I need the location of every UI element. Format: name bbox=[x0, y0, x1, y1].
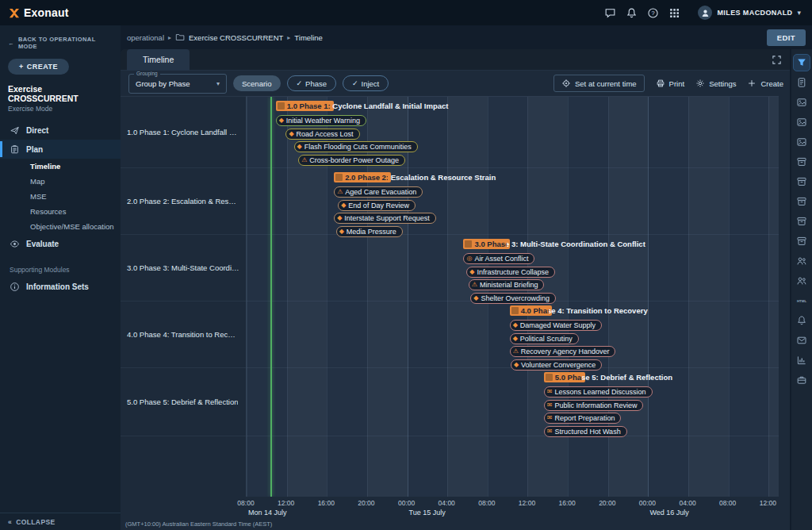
inject-chip[interactable]: ◆End of Day Review bbox=[338, 200, 416, 211]
inject-chip[interactable]: ◆Infrastructure Collapse bbox=[466, 267, 555, 278]
rail-documents-icon[interactable] bbox=[794, 75, 810, 90]
inject-chip-label: Report Preparation bbox=[554, 414, 615, 422]
back-to-operational-mode-button[interactable]: ← BACK TO OPERATIONAL MODE bbox=[8, 36, 113, 50]
rail-panel-2-icon[interactable] bbox=[794, 174, 810, 190]
rail-media-3-icon[interactable] bbox=[794, 134, 810, 150]
back-arrow-icon: ← bbox=[8, 40, 14, 47]
grouping-dropdown[interactable]: Grouping Group by Phase ▾ bbox=[128, 74, 227, 94]
rail-panel-3-icon[interactable] bbox=[794, 194, 810, 209]
inject-chip[interactable]: ◆Damaged Water Supply bbox=[510, 320, 602, 331]
phase-bar-icon bbox=[335, 174, 343, 181]
filter-chip-scenario[interactable]: Scenario bbox=[233, 75, 281, 91]
user-menu[interactable]: MILES MACDONALD ▾ bbox=[693, 3, 806, 22]
phase-row-label[interactable]: 4.0 Phase 4: Transition to Recovery bbox=[121, 301, 246, 368]
timeline-toolbar: Grouping Group by Phase ▾ Scenario ✓ Pha… bbox=[121, 71, 790, 96]
rail-groups-1-icon[interactable] bbox=[794, 253, 810, 269]
inject-chip[interactable]: ✉Lessons Learned Discussion bbox=[544, 386, 653, 398]
phase-row-label[interactable]: 1.0 Phase 1: Cyclone Landfall & Initial … bbox=[121, 97, 246, 168]
sidebar-item-information-sets[interactable]: Information Sets bbox=[0, 277, 121, 296]
supporting-modules-label: Supporting Modules bbox=[10, 266, 121, 274]
axis-tick-label: 08:00 bbox=[719, 499, 736, 507]
sidebar-item-label: Information Sets bbox=[26, 282, 89, 291]
phase-row-label-text: 1.0 Phase 1: Cyclone Landfall & Initial … bbox=[127, 128, 239, 136]
inject-chip-label: Flash Flooding Cuts Communities bbox=[304, 143, 412, 151]
print-button[interactable]: Print bbox=[656, 79, 685, 88]
phase-row-label[interactable]: 2.0 Phase 2: Escalation & Resource Strai… bbox=[121, 168, 246, 235]
inject-chip[interactable]: ✉Structured Hot Wash bbox=[544, 426, 627, 437]
rail-messages-icon[interactable] bbox=[794, 332, 810, 348]
chat-icon[interactable] bbox=[599, 2, 621, 23]
inject-chip[interactable]: ◆Road Access Lost bbox=[285, 129, 359, 140]
inject-chip[interactable]: ✉Public Information Review bbox=[544, 400, 644, 411]
target-icon bbox=[561, 79, 571, 88]
avatar bbox=[698, 6, 712, 20]
inject-chip[interactable]: ⚠Ministerial Briefing bbox=[469, 279, 545, 290]
breadcrumb-timeline[interactable]: Timeline bbox=[294, 33, 323, 42]
target-icon: ◎ bbox=[466, 255, 472, 262]
rail-reports-icon[interactable] bbox=[794, 352, 810, 368]
inject-chip[interactable]: ◆Flash Flooding Cuts Communities bbox=[294, 141, 418, 152]
fullscreen-icon[interactable] bbox=[772, 55, 782, 65]
inject-chip[interactable]: ⚠Cross-border Power Outage bbox=[298, 155, 405, 166]
rail-panel-1-icon[interactable] bbox=[794, 154, 810, 170]
diamond-icon: ◆ bbox=[289, 131, 293, 137]
collapse-chevrons-icon: « bbox=[8, 518, 12, 526]
sidebar-nav: Direct Plan Timeline Map MSE Resources O… bbox=[0, 121, 121, 296]
sidebar-item-evaluate[interactable]: Evaluate bbox=[0, 234, 121, 253]
inject-chip[interactable]: ⚠Aged Care Evacuation bbox=[334, 186, 423, 198]
filter-chip-inject[interactable]: ✓ Inject bbox=[343, 75, 389, 91]
inject-chip-label: Recovery Agency Handover bbox=[521, 348, 610, 355]
check-icon: ✓ bbox=[352, 79, 358, 87]
sidebar-item-map[interactable]: Map bbox=[0, 174, 121, 189]
inject-chip-label: Ministerial Briefing bbox=[480, 281, 538, 289]
help-icon[interactable]: ? bbox=[642, 2, 664, 23]
axis-tick-label: 08:00 bbox=[478, 499, 495, 507]
rail-html-module-icon[interactable]: HTML bbox=[794, 293, 810, 309]
sidebar-item-direct[interactable]: Direct bbox=[0, 121, 121, 140]
sidebar-item-resources[interactable]: Resources bbox=[0, 204, 121, 219]
print-label: Print bbox=[669, 79, 685, 88]
rail-media-1-icon[interactable] bbox=[794, 94, 810, 110]
rail-resources-icon[interactable] bbox=[794, 372, 810, 388]
breadcrumb-exercise[interactable]: Exercise CROSSCURRENT bbox=[189, 33, 283, 42]
exonaut-logo[interactable]: Exonaut bbox=[6, 6, 69, 19]
sidebar-item-mse[interactable]: MSE bbox=[0, 189, 121, 204]
inject-chip[interactable]: ◎Air Asset Conflict bbox=[463, 253, 534, 264]
rail-filter-icon[interactable] bbox=[794, 55, 810, 71]
evaluate-eye-icon bbox=[10, 239, 20, 249]
breadcrumb-operational[interactable]: operational bbox=[127, 33, 164, 42]
exercise-mode-subtitle: Exercise Mode bbox=[8, 105, 113, 113]
notifications-bell-icon[interactable] bbox=[621, 2, 642, 23]
rail-media-2-icon[interactable] bbox=[794, 114, 810, 130]
sidebar-item-objective-mse-allocation[interactable]: Objective/MSE allocation bbox=[0, 219, 121, 234]
sidebar-item-plan[interactable]: Plan bbox=[0, 140, 121, 159]
plus-icon: + bbox=[19, 63, 24, 71]
set-at-current-time-button[interactable]: Set at current time bbox=[553, 75, 645, 92]
inject-chip[interactable]: ✉Report Preparation bbox=[544, 413, 622, 424]
user-name: MILES MACDONALD bbox=[717, 9, 792, 17]
rail-panel-5-icon[interactable] bbox=[794, 233, 810, 249]
inject-chip-label: Shelter Overcrowding bbox=[481, 294, 550, 302]
phase-row-label-text: 4.0 Phase 4: Transition to Recovery bbox=[127, 330, 239, 339]
edit-button[interactable]: EDIT bbox=[767, 29, 806, 46]
filter-chip-phase[interactable]: ✓ Phase bbox=[287, 75, 336, 91]
settings-button[interactable]: Settings bbox=[695, 79, 736, 88]
sidebar-item-timeline[interactable]: Timeline bbox=[0, 159, 121, 174]
gantt-chart-area[interactable]: 1.0 Phase 1: Cyclone Landfall & Initial … bbox=[246, 96, 779, 497]
inject-chip[interactable]: ⚠Recovery Agency Handover bbox=[510, 346, 616, 357]
inject-chip[interactable]: ◆Interstate Support Request bbox=[334, 213, 436, 224]
create-button[interactable]: + CREATE bbox=[8, 59, 69, 75]
envelope-icon: ✉ bbox=[547, 389, 553, 395]
create-inject-button[interactable]: Create bbox=[747, 79, 783, 88]
inject-chip[interactable]: ◆Political Scrutiny bbox=[510, 333, 579, 344]
collapse-sidebar-button[interactable]: « COLLAPSE bbox=[0, 513, 121, 530]
inject-chip[interactable]: ◆Initial Weather Warning bbox=[276, 115, 366, 126]
phase-row-label[interactable]: 5.0 Phase 5: Debrief & Reflection bbox=[121, 368, 246, 436]
rail-groups-2-icon[interactable] bbox=[794, 273, 810, 289]
tab-timeline[interactable]: Timeline bbox=[127, 49, 190, 71]
diamond-icon: ◆ bbox=[514, 362, 519, 368]
apps-grid-icon[interactable] bbox=[664, 2, 685, 23]
rail-notifications-icon[interactable] bbox=[794, 313, 810, 328]
phase-row-label[interactable]: 3.0 Phase 3: Multi-State Coordination & … bbox=[121, 235, 246, 301]
rail-panel-4-icon[interactable] bbox=[794, 213, 810, 229]
